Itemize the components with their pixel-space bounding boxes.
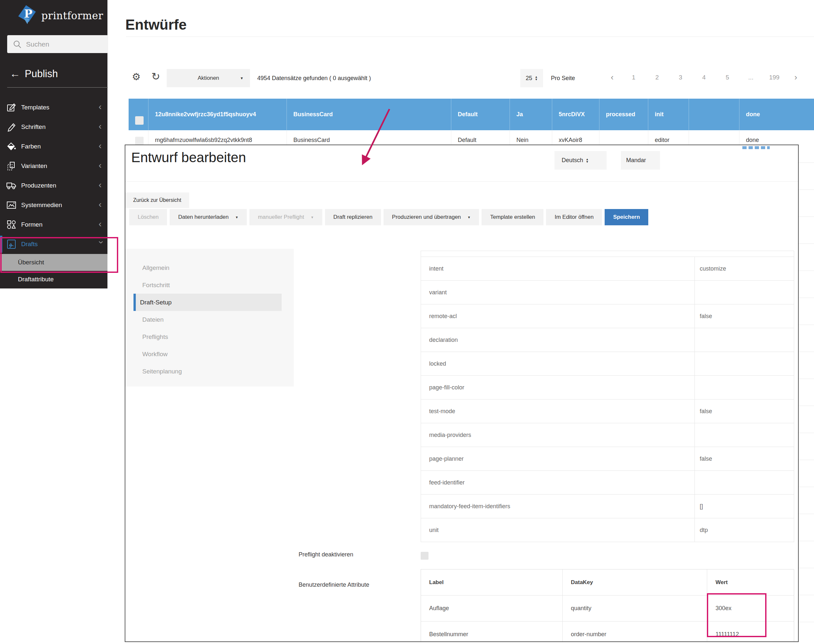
page-number[interactable]: 1: [622, 74, 645, 81]
sidebar-subitem-draftattribute[interactable]: Draftattribute: [0, 271, 107, 288]
search-placeholder: Suchen: [26, 40, 49, 48]
save-button[interactable]: Speichern: [605, 209, 648, 225]
modal-toolbar: Löschen Daten herunterladen ▼ manueller …: [129, 209, 648, 225]
caret-down-icon: ▼: [235, 216, 238, 219]
sidebar-item-farben[interactable]: Farben ‹: [0, 137, 107, 156]
sidebar-item-systemmedien[interactable]: Systemmedien ‹: [0, 195, 107, 215]
delete-button[interactable]: Löschen: [129, 209, 167, 225]
attribute-row: Auflage quantity 300ex: [421, 595, 794, 621]
page-number[interactable]: 199: [763, 74, 786, 81]
per-page-label: Pro Seite: [551, 75, 575, 82]
refresh-icon[interactable]: ↻: [152, 71, 160, 83]
select-arrows-icon: ▲▼: [535, 75, 538, 81]
back-to-publish[interactable]: ← Publish: [10, 68, 58, 80]
sidebar-item-drafts[interactable]: Drafts ‹: [0, 235, 107, 254]
page-number[interactable]: 2: [645, 74, 669, 81]
produce-transfer-button[interactable]: Produzieren und übertragen ▼: [383, 209, 479, 225]
replicate-draft-button[interactable]: Draft replizieren: [325, 209, 381, 225]
page-number[interactable]: 5: [716, 74, 739, 81]
preflight-disable-label: Preflight deaktivieren: [299, 551, 353, 558]
logo[interactable]: P printformer: [16, 5, 103, 27]
tab-workflow[interactable]: Workflow: [125, 345, 294, 363]
create-template-button[interactable]: Template erstellen: [481, 209, 543, 225]
sidebar-item-formen[interactable]: Formen ‹: [0, 215, 107, 235]
search-icon: [13, 40, 21, 49]
preflight-disable-checkbox[interactable]: [421, 552, 428, 560]
setting-row: remote-aclfalse: [421, 304, 794, 328]
client-chip[interactable]: Mandar: [621, 151, 660, 170]
tab-fortschritt[interactable]: Fortschritt: [125, 276, 294, 294]
attr-datakey: quantity: [562, 595, 707, 621]
modal-header-divider: [125, 181, 798, 182]
setting-row: page-plannerfalse: [421, 447, 794, 471]
attr-label: Auflage: [421, 595, 562, 621]
custom-attributes-label: Benutzerdefinierte Attribute: [299, 581, 369, 588]
chevron-left-icon[interactable]: ‹: [99, 122, 101, 131]
chevron-left-icon[interactable]: ‹: [99, 200, 101, 209]
search-input[interactable]: Suchen: [7, 35, 108, 53]
chevron-down-icon[interactable]: ‹: [95, 241, 104, 244]
next-page-icon[interactable]: ›: [786, 72, 806, 82]
draft-setup-table: intentcustomize variant remote-aclfalse …: [421, 251, 794, 542]
caret-down-icon: ▼: [240, 76, 244, 80]
sidebar-item-label: Formen: [21, 221, 42, 228]
edit-draft-modal: Entwurf bearbeiten Deutsch ▲▼ Mandar Zur…: [125, 144, 799, 642]
chevron-left-icon[interactable]: ‹: [99, 161, 101, 170]
truck-icon: [6, 181, 17, 190]
sidebar-item-templates[interactable]: Templates ‹: [0, 98, 107, 117]
back-arrow-icon: ←: [10, 68, 20, 80]
sidebar-subitem-uebersicht[interactable]: Übersicht: [0, 254, 107, 271]
cell-code: 5nrcDiVX: [552, 99, 599, 130]
table-row-partial: [421, 251, 794, 257]
download-data-button[interactable]: Daten herunterladen ▼: [170, 209, 247, 225]
background-table-rows-sliver: [799, 136, 814, 644]
page-number[interactable]: 3: [669, 74, 692, 81]
row-checkbox[interactable]: [135, 137, 144, 145]
tab-dateien[interactable]: Dateien: [125, 311, 294, 328]
sidebar-item-produzenten[interactable]: Produzenten ‹: [0, 176, 107, 195]
per-page-select[interactable]: 25 ▲▼: [520, 69, 543, 87]
actions-dropdown[interactable]: Aktionen ▼: [167, 69, 250, 87]
language-select[interactable]: Deutsch ▲▼: [555, 151, 607, 170]
chevron-left-icon[interactable]: ‹: [99, 141, 101, 150]
table-row-selected[interactable]: 12u8nnike2vwfjrzc36yd1f5qshuoyv4 Busines…: [129, 99, 814, 130]
printformer-logo-icon: P: [16, 5, 37, 27]
setting-row: media-providers: [421, 423, 794, 447]
actions-label: Aktionen: [198, 75, 219, 81]
cell-flag: Ja: [510, 99, 552, 130]
open-in-editor-button[interactable]: Im Editor öffnen: [546, 209, 602, 225]
sidebar-item-schriften[interactable]: Schriften ‹: [0, 117, 107, 137]
cell-status: processed: [599, 99, 648, 130]
manual-preflight-button[interactable]: manueller Preflight ▼: [250, 209, 322, 225]
prev-page-icon[interactable]: ‹: [602, 72, 622, 82]
sidebar-item-varianten[interactable]: Varianten ‹: [0, 156, 107, 176]
attr-datakey: order-number: [562, 621, 707, 642]
sidebar-divider: [7, 87, 108, 87]
setting-row: test-modefalse: [421, 400, 794, 423]
shapes-icon: [6, 220, 17, 230]
cell-empty: [689, 99, 739, 130]
sidebar-subitem-label: Draftattribute: [18, 276, 54, 283]
setting-row: variant: [421, 281, 794, 304]
tab-allgemein[interactable]: Allgemein: [125, 259, 294, 276]
attr-label: Bestellnummer: [421, 621, 562, 642]
title-divider: [126, 37, 814, 37]
cell-empty: [780, 99, 814, 130]
tab-draft-setup[interactable]: Draft-Setup: [133, 294, 282, 311]
tab-seitenplanung[interactable]: Seitenplanung: [125, 363, 294, 380]
row-checkbox[interactable]: [135, 116, 144, 125]
back-to-overview-tab[interactable]: Zurück zur Übersicht: [125, 192, 189, 208]
pdf-icon: [6, 239, 17, 249]
language-value: Deutsch: [562, 157, 583, 164]
tab-preflights[interactable]: Preflights: [125, 328, 294, 345]
client-label: Mandar: [626, 157, 646, 164]
gear-icon[interactable]: ⚙: [132, 71, 141, 82]
sidebar-item-label: Varianten: [21, 163, 47, 170]
chevron-left-icon[interactable]: ‹: [99, 219, 101, 228]
page-number[interactable]: 4: [692, 74, 716, 81]
sidebar-item-label: Systemmedien: [21, 202, 62, 209]
chevron-left-icon[interactable]: ‹: [99, 180, 101, 190]
paint-bucket-icon: [6, 142, 17, 152]
column-header: Label: [421, 569, 562, 595]
chevron-left-icon[interactable]: ‹: [99, 102, 101, 111]
